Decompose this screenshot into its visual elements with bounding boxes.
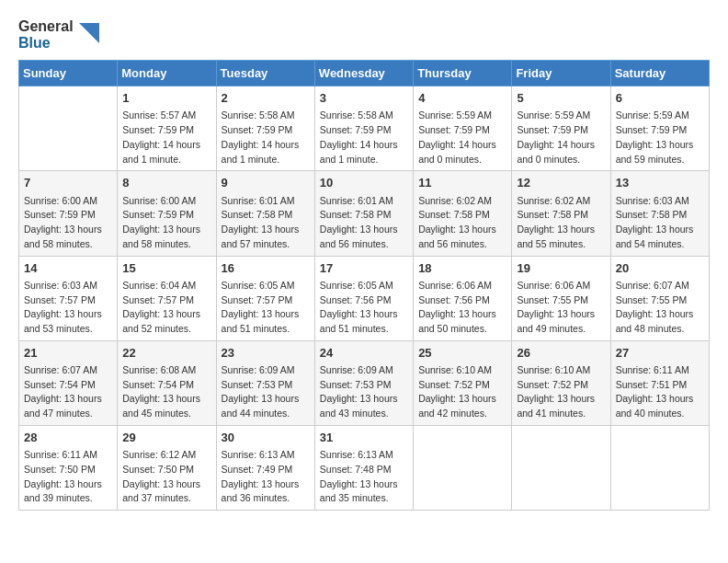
- calendar-cell: 12Sunrise: 6:02 AMSunset: 7:58 PMDayligh…: [512, 171, 610, 256]
- date-number: 8: [122, 175, 210, 191]
- svg-marker-0: [79, 23, 99, 43]
- date-number: 3: [320, 90, 408, 107]
- date-number: 17: [320, 260, 408, 277]
- calendar-week-row: 7Sunrise: 6:00 AMSunset: 7:59 PMDaylight…: [19, 171, 710, 256]
- date-number: 15: [122, 260, 210, 277]
- date-number: 21: [24, 345, 112, 362]
- weekday-header-saturday: Saturday: [610, 61, 709, 86]
- cell-sun-info: Sunrise: 6:05 AMSunset: 7:56 PMDaylight:…: [320, 279, 408, 337]
- calendar-cell: 19Sunrise: 6:06 AMSunset: 7:55 PMDayligh…: [512, 256, 610, 340]
- cell-sun-info: Sunrise: 6:10 AMSunset: 7:52 PMDaylight:…: [418, 363, 506, 421]
- calendar-cell: 15Sunrise: 6:04 AMSunset: 7:57 PMDayligh…: [118, 256, 216, 340]
- calendar-cell: 30Sunrise: 6:13 AMSunset: 7:49 PMDayligh…: [216, 425, 314, 510]
- cell-sun-info: Sunrise: 6:02 AMSunset: 7:58 PMDaylight:…: [517, 194, 605, 252]
- date-number: 24: [320, 345, 408, 362]
- date-number: 16: [222, 260, 310, 277]
- calendar-week-row: 14Sunrise: 6:03 AMSunset: 7:57 PMDayligh…: [19, 256, 710, 340]
- cell-sun-info: Sunrise: 6:09 AMSunset: 7:53 PMDaylight:…: [222, 363, 310, 421]
- calendar-cell: 26Sunrise: 6:10 AMSunset: 7:52 PMDayligh…: [512, 340, 610, 425]
- date-number: 29: [122, 430, 210, 446]
- calendar-cell: 7Sunrise: 6:00 AMSunset: 7:59 PMDaylight…: [19, 171, 118, 256]
- calendar-week-row: 21Sunrise: 6:07 AMSunset: 7:54 PMDayligh…: [19, 340, 710, 425]
- logo-arrow-icon: [79, 23, 99, 43]
- cell-sun-info: Sunrise: 5:59 AMSunset: 7:59 PMDaylight:…: [517, 109, 605, 167]
- calendar-cell: [610, 425, 709, 510]
- date-number: 2: [222, 90, 310, 107]
- cell-sun-info: Sunrise: 6:05 AMSunset: 7:57 PMDaylight:…: [222, 279, 310, 337]
- calendar-cell: 25Sunrise: 6:10 AMSunset: 7:52 PMDayligh…: [414, 340, 512, 425]
- calendar-week-row: 1Sunrise: 5:57 AMSunset: 7:59 PMDaylight…: [19, 86, 710, 171]
- cell-sun-info: Sunrise: 6:13 AMSunset: 7:49 PMDaylight:…: [222, 448, 310, 506]
- calendar-cell: 31Sunrise: 6:13 AMSunset: 7:48 PMDayligh…: [314, 425, 413, 510]
- cell-sun-info: Sunrise: 6:12 AMSunset: 7:50 PMDaylight:…: [122, 448, 210, 506]
- date-number: 6: [616, 90, 704, 107]
- calendar-cell: 16Sunrise: 6:05 AMSunset: 7:57 PMDayligh…: [216, 256, 314, 340]
- cell-sun-info: Sunrise: 6:02 AMSunset: 7:58 PMDaylight:…: [418, 194, 506, 252]
- calendar-cell: 11Sunrise: 6:02 AMSunset: 7:58 PMDayligh…: [414, 171, 512, 256]
- date-number: 25: [418, 345, 506, 362]
- cell-sun-info: Sunrise: 6:03 AMSunset: 7:57 PMDaylight:…: [24, 279, 112, 337]
- date-number: 5: [517, 90, 605, 107]
- date-number: 26: [517, 345, 605, 362]
- date-number: 1: [122, 90, 210, 107]
- date-number: 7: [24, 175, 112, 191]
- cell-sun-info: Sunrise: 6:07 AMSunset: 7:54 PMDaylight:…: [24, 363, 112, 421]
- calendar-cell: 23Sunrise: 6:09 AMSunset: 7:53 PMDayligh…: [216, 340, 314, 425]
- cell-sun-info: Sunrise: 6:01 AMSunset: 7:58 PMDaylight:…: [222, 194, 310, 252]
- calendar-cell: 4Sunrise: 5:59 AMSunset: 7:59 PMDaylight…: [414, 86, 512, 171]
- weekday-header-sunday: Sunday: [19, 61, 118, 86]
- calendar-cell: 2Sunrise: 5:58 AMSunset: 7:59 PMDaylight…: [216, 86, 314, 171]
- cell-sun-info: Sunrise: 6:11 AMSunset: 7:50 PMDaylight:…: [24, 448, 112, 506]
- date-number: 30: [222, 430, 310, 446]
- cell-sun-info: Sunrise: 6:07 AMSunset: 7:55 PMDaylight:…: [616, 279, 704, 337]
- date-number: 11: [418, 175, 506, 191]
- calendar-cell: 29Sunrise: 6:12 AMSunset: 7:50 PMDayligh…: [118, 425, 216, 510]
- date-number: 22: [122, 345, 210, 362]
- date-number: 4: [418, 90, 506, 107]
- date-number: 10: [320, 175, 408, 191]
- calendar-table: SundayMondayTuesdayWednesdayThursdayFrid…: [18, 60, 710, 511]
- date-number: 18: [418, 260, 506, 277]
- cell-sun-info: Sunrise: 6:09 AMSunset: 7:53 PMDaylight:…: [320, 363, 408, 421]
- cell-sun-info: Sunrise: 6:08 AMSunset: 7:54 PMDaylight:…: [122, 363, 210, 421]
- calendar-cell: 18Sunrise: 6:06 AMSunset: 7:56 PMDayligh…: [414, 256, 512, 340]
- weekday-header-wednesday: Wednesday: [314, 61, 413, 86]
- cell-sun-info: Sunrise: 6:06 AMSunset: 7:56 PMDaylight:…: [418, 279, 506, 337]
- logo-general: General: [18, 18, 74, 35]
- weekday-header-row: SundayMondayTuesdayWednesdayThursdayFrid…: [19, 61, 710, 86]
- date-number: 19: [517, 260, 605, 277]
- cell-sun-info: Sunrise: 6:00 AMSunset: 7:59 PMDaylight:…: [24, 194, 112, 252]
- calendar-cell: 3Sunrise: 5:58 AMSunset: 7:59 PMDaylight…: [314, 86, 413, 171]
- calendar-cell: 27Sunrise: 6:11 AMSunset: 7:51 PMDayligh…: [610, 340, 709, 425]
- weekday-header-monday: Monday: [118, 61, 216, 86]
- calendar-cell: 14Sunrise: 6:03 AMSunset: 7:57 PMDayligh…: [19, 256, 118, 340]
- cell-sun-info: Sunrise: 5:58 AMSunset: 7:59 PMDaylight:…: [320, 109, 408, 167]
- weekday-header-thursday: Thursday: [414, 61, 512, 86]
- weekday-header-tuesday: Tuesday: [216, 61, 314, 86]
- calendar-cell: 1Sunrise: 5:57 AMSunset: 7:59 PMDaylight…: [118, 86, 216, 171]
- cell-sun-info: Sunrise: 6:11 AMSunset: 7:51 PMDaylight:…: [616, 363, 704, 421]
- calendar-cell: 9Sunrise: 6:01 AMSunset: 7:58 PMDaylight…: [216, 171, 314, 256]
- calendar-cell: 17Sunrise: 6:05 AMSunset: 7:56 PMDayligh…: [314, 256, 413, 340]
- calendar-cell: 22Sunrise: 6:08 AMSunset: 7:54 PMDayligh…: [118, 340, 216, 425]
- calendar-cell: [414, 425, 512, 510]
- logo: General Blue: [18, 18, 99, 51]
- calendar-cell: 10Sunrise: 6:01 AMSunset: 7:58 PMDayligh…: [314, 171, 413, 256]
- cell-sun-info: Sunrise: 6:03 AMSunset: 7:58 PMDaylight:…: [616, 194, 704, 252]
- cell-sun-info: Sunrise: 6:10 AMSunset: 7:52 PMDaylight:…: [517, 363, 605, 421]
- calendar-cell: 6Sunrise: 5:59 AMSunset: 7:59 PMDaylight…: [610, 86, 709, 171]
- date-number: 13: [616, 175, 704, 191]
- calendar-cell: 20Sunrise: 6:07 AMSunset: 7:55 PMDayligh…: [610, 256, 709, 340]
- calendar-cell: 13Sunrise: 6:03 AMSunset: 7:58 PMDayligh…: [610, 171, 709, 256]
- calendar-cell: [512, 425, 610, 510]
- calendar-cell: 24Sunrise: 6:09 AMSunset: 7:53 PMDayligh…: [314, 340, 413, 425]
- calendar-cell: [19, 86, 118, 171]
- cell-sun-info: Sunrise: 5:57 AMSunset: 7:59 PMDaylight:…: [122, 109, 210, 167]
- weekday-header-friday: Friday: [512, 61, 610, 86]
- date-number: 14: [24, 260, 112, 277]
- date-number: 23: [222, 345, 310, 362]
- calendar-cell: 21Sunrise: 6:07 AMSunset: 7:54 PMDayligh…: [19, 340, 118, 425]
- cell-sun-info: Sunrise: 6:00 AMSunset: 7:59 PMDaylight:…: [122, 194, 210, 252]
- date-number: 9: [222, 175, 310, 191]
- date-number: 27: [616, 345, 704, 362]
